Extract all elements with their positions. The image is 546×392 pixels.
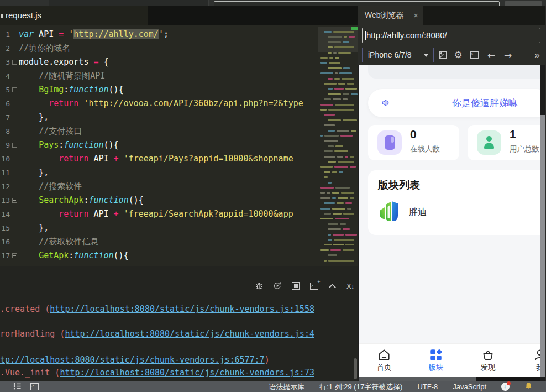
stat-card-person: 1用户总数	[468, 125, 540, 160]
device-select[interactable]: iPhone 6/7/8	[362, 48, 434, 62]
scrollbar-thumb[interactable]	[540, 65, 545, 115]
global-search-input[interactable]	[214, 1, 500, 6]
mobile-tab-me[interactable]: 我	[522, 344, 540, 377]
stack-trace-link[interactable]: http://localhost:8080/static/js/chunk-ve…	[60, 368, 314, 378]
mobile-tab-label: 发现	[470, 363, 506, 373]
mobile-tab-home[interactable]: 首页	[366, 344, 402, 377]
code-line-16[interactable]: 16 //获取软件信息	[0, 235, 318, 249]
mobile-tab-grid[interactable]: 版块	[418, 344, 454, 377]
stack-trace-link[interactable]: http://localhost:8080/static/js/chunk-ve…	[50, 304, 314, 314]
code-line-17[interactable]: 17 GetApk:function(){	[0, 249, 318, 263]
browser-vertical-scrollbar[interactable]	[540, 65, 545, 377]
cursor-position-status[interactable]: 行:1 列:29 (17字符被选择)	[319, 382, 402, 392]
line-number: 11	[0, 166, 10, 180]
code-line-5[interactable]: 5 BgImg:function(){	[0, 83, 318, 97]
outline-list-icon[interactable]	[13, 382, 22, 392]
tab-request-js[interactable]: request.js	[0, 6, 148, 25]
debug-console[interactable]: .created (http://localhost:8080/static/j…	[0, 266, 358, 381]
line-number: 4	[0, 69, 10, 83]
speaker-icon	[380, 97, 392, 109]
stat-value: 1	[510, 128, 516, 141]
fold-toggle-icon[interactable]	[12, 198, 17, 203]
notice-bar[interactable]: 你是傻逼胖娣嘛	[368, 89, 540, 117]
terminal-icon[interactable]	[30, 383, 39, 390]
forward-arrow-icon[interactable]: →	[501, 48, 515, 62]
code-line-8[interactable]: 8 //支付接口	[0, 124, 318, 138]
encoding-status[interactable]: UTF-8	[417, 383, 438, 391]
browser-tab-title: Web浏览器	[365, 11, 404, 19]
code-line-15[interactable]: 15 },	[0, 221, 318, 235]
update-download-icon[interactable]	[501, 383, 510, 391]
more-tools-icon[interactable]: »	[530, 48, 544, 62]
code-line-4[interactable]: 4 //随机背景图API	[0, 69, 318, 83]
top-toolbar	[0, 0, 546, 6]
language-status[interactable]: JavaScript	[453, 383, 486, 391]
url-input[interactable]: http://ahlly.com/:8080/	[362, 28, 540, 43]
code-line-14[interactable]: 14 return API + 'freeapi/SearchApk?appid…	[0, 207, 318, 221]
notice-text: 你是傻逼胖娣嘛	[452, 97, 518, 109]
console-stack-line: .Vue._init (http://localhost:8080/static…	[0, 368, 314, 378]
code-line-3[interactable]: 3module.exports = {	[0, 55, 318, 69]
me-icon	[522, 348, 540, 363]
scrollbar-thumb[interactable]	[359, 377, 476, 381]
mobile-tab-discover[interactable]: 发现	[470, 344, 506, 377]
code-line-11[interactable]: 11 },	[0, 166, 318, 180]
clear-console-icon[interactable]	[345, 281, 355, 291]
discover-icon	[470, 348, 506, 363]
browser-viewport: 你是傻逼胖娣嘛 0在线人数1用户总数 版块列表 胖迪 首页版块发现我	[359, 65, 540, 377]
line-number: 16	[0, 235, 10, 249]
syntax-library-status[interactable]: 语法提示库	[269, 382, 305, 392]
grid-icon	[418, 348, 454, 363]
fold-toggle-icon[interactable]	[12, 143, 17, 148]
close-icon[interactable]: ×	[413, 6, 418, 25]
console-scrollbar[interactable]	[354, 358, 357, 379]
fold-toggle-icon[interactable]	[12, 253, 17, 258]
board-logo-icon	[378, 199, 400, 226]
tab-web-browser[interactable]: Web浏览器 ×	[358, 6, 423, 25]
stop-icon[interactable]	[291, 281, 301, 291]
stack-trace-link[interactable]: http://localhost:8080/static/js/chunk-ve…	[65, 329, 314, 339]
stack-trace-link[interactable]: tp://localhost:8080/static/js/chunk-vend…	[0, 355, 265, 365]
open-external-icon[interactable]	[435, 48, 450, 62]
code-line-13[interactable]: 13 SearchApk:function(){	[0, 194, 318, 207]
line-number: 17	[0, 249, 10, 263]
code-line-1[interactable]: 1var API = 'http://ahlly.com/';	[0, 28, 318, 41]
bell-icon[interactable]	[524, 382, 533, 392]
home-icon	[366, 348, 402, 363]
debug-bug-icon[interactable]	[254, 281, 264, 291]
fold-toggle-icon[interactable]	[12, 87, 17, 92]
back-arrow-icon[interactable]: ←	[484, 48, 498, 62]
code-line-6[interactable]: 6 return 'http://ovooa.com/API/360bz/api…	[0, 97, 318, 111]
code-line-2[interactable]: 2//填你的域名	[0, 41, 318, 55]
new-terminal-icon[interactable]	[309, 281, 319, 291]
minimap-viewport[interactable]	[318, 27, 358, 52]
code-editor[interactable]: 1var API = 'http://ahlly.com/';2//填你的域名3…	[0, 25, 358, 266]
code-line-9[interactable]: 9 Pays:function(){	[0, 138, 318, 152]
line-number: 1	[0, 28, 10, 41]
restart-icon[interactable]	[272, 281, 282, 291]
terminal-icon[interactable]	[467, 48, 481, 62]
stat-card-phone: 0在线人数	[368, 125, 459, 160]
minimap[interactable]	[318, 27, 358, 264]
mobile-tab-label: 版块	[418, 363, 454, 373]
code-line-7[interactable]: 7 },	[0, 111, 318, 124]
line-number: 13	[0, 194, 10, 207]
top-toolbar-button[interactable]	[505, 1, 542, 6]
line-number: 8	[0, 124, 10, 138]
code-line-10[interactable]: 10 return API + 'freeapi/Pays?appid=1000…	[0, 152, 318, 166]
browser-horizontal-scrollbar[interactable]	[359, 377, 540, 381]
status-bar: 语法提示库 行:1 列:29 (17字符被选择) UTF-8 JavaScrip…	[0, 381, 546, 392]
board-item[interactable]: 胖迪	[378, 199, 427, 226]
code-lines: 1var API = 'http://ahlly.com/';2//填你的域名3…	[0, 28, 318, 263]
board-name: 胖迪	[409, 207, 427, 218]
line-number: 10	[0, 152, 10, 166]
line-number: 5	[0, 83, 10, 97]
ide-window: request.js Web浏览器 × 1var API = 'http://a…	[0, 0, 546, 392]
line-number: 15	[0, 221, 10, 235]
fold-toggle-icon[interactable]	[12, 60, 17, 65]
collapse-panel-icon[interactable]	[327, 281, 337, 291]
phone-icon	[377, 130, 402, 155]
code-line-12[interactable]: 12 //搜索软件	[0, 180, 318, 194]
gear-icon[interactable]	[451, 48, 465, 62]
stat-value: 0	[410, 128, 417, 141]
